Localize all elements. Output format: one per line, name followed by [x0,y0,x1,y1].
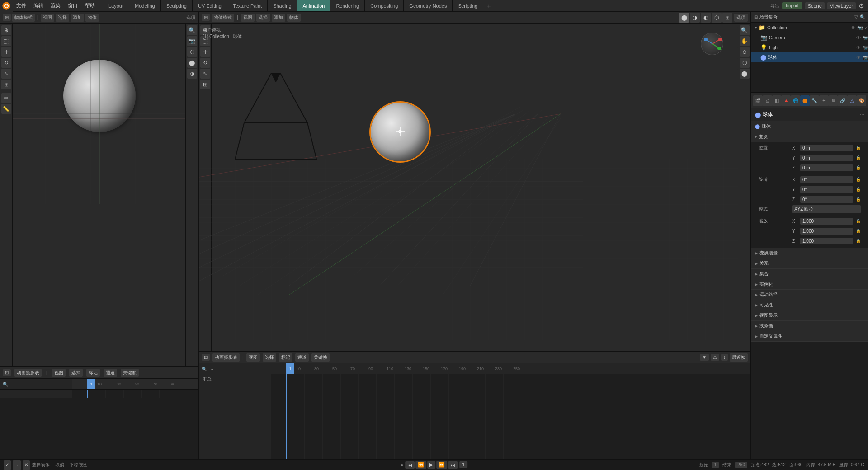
outliner-exclude-icon[interactable]: ✓ [864,25,868,30]
lock-y-icon[interactable]: 🔒 [856,155,861,160]
tab-texture-paint[interactable]: Texture Paint [227,0,268,11]
left-view-btn[interactable]: 视图 [41,14,54,22]
transform-header[interactable]: ▾ 变换 [751,132,868,142]
tab-animation[interactable]: Animation [297,0,331,11]
rotation-x-input[interactable]: 0° [800,176,853,183]
annotate-tool[interactable]: ✏ [1,93,11,103]
viewport-shading-solid[interactable]: ⬤ [679,13,689,23]
main-object-btn[interactable]: 物体 [287,14,301,22]
main-r-tool4[interactable]: ⬡ [740,58,750,68]
left-object-btn[interactable]: 物体 [85,14,99,22]
left-object-mode-btn[interactable]: 物体模式 [12,14,35,22]
cursor-tool[interactable]: ⊕ [1,25,11,35]
prop-tab-material[interactable]: 🎨 [857,95,866,106]
view-layer-label[interactable]: ViewLayer [827,2,856,9]
current-frame-input[interactable]: 1 [459,461,467,468]
play-btn[interactable]: ▶ [427,461,435,469]
search-icon-tl[interactable]: 🔍 [3,381,8,386]
ds-search-icon[interactable]: 🔍 [202,366,207,371]
visibility-header[interactable]: ▶ 可见性 [751,300,868,310]
edit-menu[interactable]: 编辑 [30,0,47,11]
tab-uv-editing[interactable]: UV Editing [193,0,227,11]
main-options-btn[interactable]: 选项 [734,14,748,22]
prop-tab-output[interactable]: 🖨 [763,95,772,106]
rot-lock-x[interactable]: 🔒 [856,177,861,182]
playhead-marker[interactable]: 1 [87,379,95,389]
ds-select-btn[interactable]: 选择 [263,353,276,362]
settings-icon[interactable]: ⚙ [859,2,864,9]
scene-label[interactable]: Scene [805,2,825,9]
prop-tab-world[interactable]: 🌐 [791,95,800,106]
lock-z-icon[interactable]: 🔒 [856,165,861,170]
tl-select-btn[interactable]: 选择 [69,369,83,377]
render-menu[interactable]: 渲染 [47,0,64,11]
prop-tab-data[interactable]: △ [847,95,857,106]
main-r-tool3[interactable]: ⊙ [740,47,750,57]
left-select-btn[interactable]: 选择 [56,14,69,22]
ds-marker-btn[interactable]: 标记 [279,353,292,362]
scale-lock-y[interactable]: 🔒 [856,229,861,233]
cam-render-icon[interactable]: 📷 [863,35,868,40]
viewport-axis-gizmo[interactable] [701,33,723,55]
tl-marker-btn[interactable]: 标记 [86,369,100,377]
tab-shading[interactable]: Shading [268,0,297,11]
ds-filter-btn[interactable]: ▼ [700,354,709,361]
scale-x-input[interactable]: 1.000 [800,218,853,225]
viewport-shading-render[interactable]: ◐ [701,13,711,23]
main-view-mode-btn[interactable]: ⊞ [202,14,210,21]
prop-tab-constraints[interactable]: 🔗 [838,95,847,106]
camera-view-btn[interactable]: 📷 [187,36,197,46]
left-3d-viewport[interactable]: ⊕ ⬚ ✛ ↻ ⤡ ⊞ ✏ 📏 [0,24,198,366]
rot-lock-z[interactable]: 🔒 [856,197,861,202]
tab-scripting[interactable]: Scripting [453,0,483,11]
outliner-search-icon[interactable]: 🔍 [860,14,865,19]
main-add-btn[interactable]: 添加 [272,14,285,22]
dopesheet-ruler[interactable]: 🔍 → 1 10 30 50 70 90 110 130 150 170 190… [199,363,750,374]
main-r-tool1[interactable]: 🔍 [740,25,750,35]
scale-y-input[interactable]: 1.000 [800,228,853,235]
jump-first-btn[interactable]: ⏮ [405,461,415,469]
left-options-btn[interactable]: 选项 [186,14,195,21]
tab-sculpting[interactable]: Sculpting [161,0,193,11]
solid-btn[interactable]: ⬤ [187,58,197,68]
sb-tool2[interactable]: ↔ [13,460,21,470]
main-r-tool2[interactable]: ✋ [740,36,750,46]
light-render-icon[interactable]: 📷 [863,45,868,50]
ds-icon[interactable]: ⊡ [202,354,210,361]
scale-lock-z[interactable]: 🔒 [856,239,861,243]
custom-props-header[interactable]: ▶ 自定义属性 [751,331,868,341]
rotation-mode-select[interactable]: XYZ 欧拉 [792,205,861,213]
location-z-input[interactable]: 0 m [800,164,853,171]
jump-last-btn[interactable]: ⏭ [448,461,458,469]
main-r-tool5[interactable]: ⬤ [740,69,750,79]
end-frame-input[interactable]: 250 [735,462,747,468]
timeline-ruler[interactable]: 🔍 → 1 10 30 50 70 90 [0,379,198,390]
sb-tool3[interactable]: ✕ [23,460,30,470]
left-view-mode-btn[interactable]: ⊞ [3,14,11,21]
import-btn[interactable]: Import [782,2,802,9]
transform-delta-header[interactable]: ▶ 变换增量 [751,248,868,258]
ds-nearest-btn[interactable]: 最近帧 [730,353,748,362]
prop-tab-scene[interactable]: 🔺 [781,95,791,106]
tl-channel-btn[interactable]: 通道 [104,369,117,377]
ds-view-btn[interactable]: 视图 [246,353,260,362]
sphere-vis-icon[interactable]: 👁 [856,55,861,60]
instancing-header[interactable]: ▶ 实例化 [751,279,868,289]
cam-vis-icon[interactable]: 👁 [856,35,861,40]
export-btn[interactable]: 导出 [770,3,779,9]
sb-tool1[interactable]: ✓ [4,460,11,470]
viewport-display-header[interactable]: ▶ 视图显示 [751,310,868,320]
prop-tab-particles[interactable]: ✦ [819,95,829,106]
ds-mode-btn[interactable]: 动画摄影表 [212,353,240,362]
sphere-render-icon[interactable]: 📷 [863,55,868,60]
main-view-btn[interactable]: 视图 [241,14,255,22]
tab-rendering[interactable]: Rendering [330,0,365,11]
outliner-camera[interactable]: 📷 Camera 👁 📷 [751,33,868,42]
left-add-btn[interactable]: 添加 [71,14,84,22]
file-menu[interactable]: 文件 [13,0,30,11]
help-menu[interactable]: 帮助 [81,0,99,11]
select-tool[interactable]: ⬚ [1,36,11,46]
tl-icon-btn[interactable]: ⊡ [3,369,11,376]
timeline-track-area[interactable]: 汇总 [0,390,198,398]
ds-channel-btn[interactable]: 通道 [295,353,309,362]
